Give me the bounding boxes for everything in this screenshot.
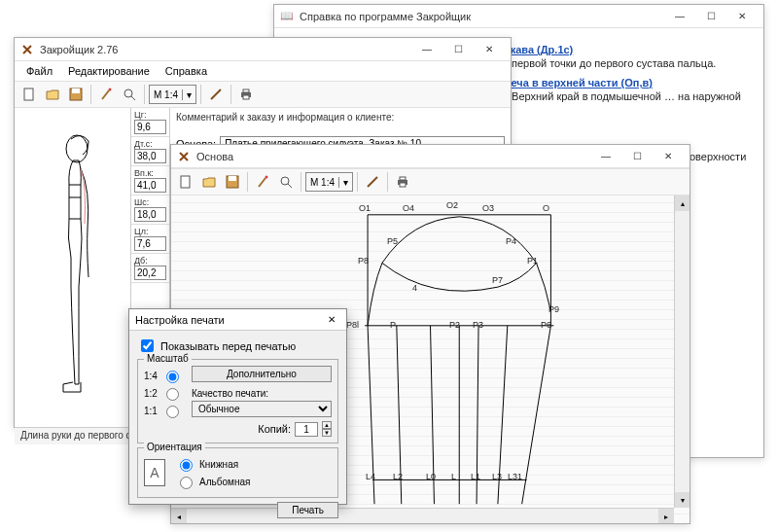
svg-line-20: [368, 177, 377, 187]
param-input-1[interactable]: [134, 149, 166, 163]
help-close-button[interactable]: ✕: [726, 7, 758, 26]
scale-legend: Масштаб: [144, 353, 192, 364]
pattern-scale-select[interactable]: M 1:4 ▾: [305, 172, 353, 192]
pattern-chevron-down-icon[interactable]: ▾: [338, 177, 352, 188]
param-input-0[interactable]: [134, 120, 166, 134]
svg-rect-14: [181, 176, 190, 188]
scroll-up-icon[interactable]: ▴: [675, 195, 690, 211]
orientation-portrait-radio[interactable]: [180, 459, 193, 472]
svg-line-5: [131, 96, 135, 100]
svg-line-6: [211, 89, 221, 99]
point-O4: O4: [403, 203, 414, 213]
svg-point-3: [109, 89, 112, 91]
chevron-down-icon[interactable]: ▾: [182, 89, 195, 100]
param-input-4[interactable]: [134, 236, 166, 251]
scale-11-radio[interactable]: [166, 406, 179, 418]
show-before-print-checkbox[interactable]: [141, 339, 154, 352]
point-L0: L0: [426, 472, 436, 481]
scroll-right-icon[interactable]: ▸: [658, 509, 674, 523]
new-doc-icon[interactable]: [18, 84, 40, 105]
point-O: O: [543, 203, 549, 213]
help-link-1[interactable]: плеча в верхней части (Оп,в): [498, 77, 750, 89]
point-P4: P4: [506, 236, 516, 246]
point-L2: L2: [393, 472, 403, 481]
point-L3: L3: [492, 472, 502, 481]
param-input-2[interactable]: [134, 178, 166, 193]
point-O3: O3: [482, 203, 494, 213]
help-link-0[interactable]: рукава (Др.1с): [498, 44, 750, 55]
save-icon[interactable]: [65, 84, 87, 105]
line-tool-icon[interactable]: [205, 84, 227, 105]
point-P1: P1: [527, 256, 538, 266]
main-close-button[interactable]: ✕: [474, 40, 505, 59]
pattern-max-button[interactable]: ☐: [621, 147, 653, 166]
point-L4: L4: [366, 472, 375, 481]
comment-header: Комментарий к заказу и информация о клие…: [176, 112, 505, 123]
menu-help[interactable]: Справка: [158, 63, 215, 79]
pattern-app-icon: [177, 150, 191, 163]
scale-value: M 1:4: [150, 89, 182, 100]
param-label-4: Цл:: [134, 227, 166, 236]
point-P5: P5: [387, 236, 398, 246]
svg-rect-9: [243, 95, 249, 99]
pattern-scale-value: M 1:4: [306, 177, 338, 188]
scrollbar-vertical[interactable]: ▴ ▾: [674, 195, 690, 508]
copies-label: Копий:: [258, 423, 291, 435]
pattern-line-icon[interactable]: [362, 171, 383, 193]
pattern-brush-icon[interactable]: [252, 171, 273, 193]
svg-point-17: [265, 176, 268, 179]
help-max-button[interactable]: ☐: [695, 7, 726, 26]
pattern-magnify-icon[interactable]: [275, 171, 297, 193]
point-L: L: [451, 472, 456, 481]
scale-radios: 1:4 1:2 1:1: [144, 366, 182, 437]
print-dialog-close-button[interactable]: ✕: [323, 312, 340, 328]
scale-select[interactable]: M 1:4 ▾: [149, 85, 196, 104]
copies-up-icon[interactable]: ▲: [322, 421, 332, 429]
quality-select[interactable]: Обычное: [192, 401, 332, 417]
point-P7: P7: [492, 275, 503, 285]
orientation-landscape-radio[interactable]: [180, 477, 193, 489]
scroll-down-icon[interactable]: ▾: [675, 492, 690, 508]
open-folder-icon[interactable]: [42, 84, 63, 105]
point-P2: P2: [449, 320, 460, 330]
param-label-3: Шс:: [134, 197, 166, 207]
svg-rect-23: [400, 183, 406, 187]
figure-canvas: [15, 108, 130, 427]
param-label-2: Вп.к:: [134, 168, 166, 178]
pattern-toolbar: M 1:4 ▾: [171, 168, 690, 195]
point-L31: L31: [508, 472, 522, 481]
scale-14-radio[interactable]: [166, 371, 179, 383]
orientation-legend: Ориентация: [144, 442, 205, 452]
scale-12-radio[interactable]: [166, 388, 179, 401]
print-button[interactable]: Печать: [277, 502, 338, 518]
pattern-min-button[interactable]: —: [590, 147, 621, 166]
magnify-icon[interactable]: [119, 84, 140, 105]
pattern-print-icon[interactable]: [392, 171, 413, 193]
param-input-3[interactable]: [134, 207, 166, 222]
param-label-0: Цг:: [134, 110, 166, 120]
pattern-new-icon[interactable]: [175, 171, 196, 193]
pattern-open-icon[interactable]: [198, 171, 220, 193]
param-input-5[interactable]: [134, 266, 166, 280]
menu-edit[interactable]: Редактирование: [60, 63, 158, 79]
main-min-button[interactable]: —: [411, 40, 442, 59]
pattern-save-icon[interactable]: [222, 171, 243, 193]
param-label-5: Дб:: [134, 256, 166, 266]
svg-rect-0: [24, 89, 33, 100]
svg-point-10: [66, 135, 88, 162]
menu-file[interactable]: Файл: [18, 63, 60, 79]
help-min-button[interactable]: —: [664, 7, 695, 26]
print-dialog-title: Настройка печати: [135, 314, 323, 326]
copies-down-icon[interactable]: ▼: [322, 429, 332, 437]
param-label-1: Дт.с:: [134, 139, 166, 149]
main-max-button[interactable]: ☐: [442, 40, 474, 59]
svg-point-18: [281, 177, 289, 185]
brush-icon[interactable]: [95, 84, 117, 105]
extra-button[interactable]: Дополнительно: [192, 366, 332, 382]
print-icon[interactable]: [235, 84, 257, 105]
pattern-titlebar: Основа — ☐ ✕: [171, 145, 690, 168]
svg-rect-22: [400, 177, 406, 180]
point-P8: P8: [358, 256, 369, 266]
copies-input[interactable]: [295, 422, 318, 437]
pattern-close-button[interactable]: ✕: [653, 147, 684, 166]
